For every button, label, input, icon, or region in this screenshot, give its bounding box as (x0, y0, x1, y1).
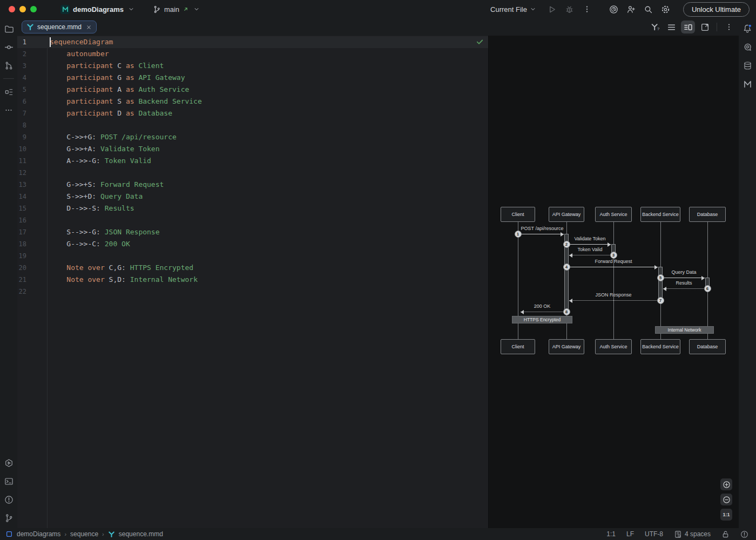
code-line[interactable]: 5 participant A as Auth Service (17, 84, 488, 96)
zoom-in-button[interactable] (720, 478, 732, 490)
code-token: participant (66, 85, 117, 93)
code-line[interactable]: 10 G->>+A: Validate Token (17, 143, 488, 155)
message-label: Forward Request (595, 259, 632, 264)
mermaid-preview-panel[interactable]: ClientClientAPI GatewayAPI GatewayAuth S… (488, 36, 739, 528)
editor-options-button[interactable] (723, 21, 735, 33)
line-number: 20 (17, 262, 26, 274)
code-token (50, 192, 66, 200)
lock-widget[interactable] (716, 530, 735, 538)
code-editor[interactable]: 1sequenceDiagram2 autonumber3 participan… (17, 36, 488, 528)
line-number: 8 (17, 119, 26, 131)
arrowhead-icon (701, 276, 705, 280)
problems-toolwindow-button[interactable] (2, 492, 16, 507)
structure-toolwindow-button[interactable] (2, 85, 16, 99)
close-icon (86, 24, 92, 30)
database-toolwindow-button[interactable] (740, 58, 754, 72)
show-editor-only-button[interactable] (665, 21, 678, 33)
message-label: 200 OK (534, 303, 551, 309)
line-text: D-->>-S: Results (26, 202, 134, 214)
code-line[interactable]: 18 G-->>-C: 200 OK (17, 238, 488, 250)
more-run-actions-button[interactable] (579, 2, 595, 17)
ai-assistant-toolwindow-button[interactable] (740, 40, 754, 54)
terminal-toolwindow-button[interactable] (2, 474, 16, 488)
sequence-diagram-canvas[interactable]: ClientClientAPI GatewayAPI GatewayAuth S… (489, 36, 739, 528)
message-arrow (569, 267, 658, 267)
code-token (50, 240, 66, 248)
inspections-widget[interactable] (735, 530, 748, 538)
indent-widget[interactable]: 4 spaces (669, 530, 716, 538)
mermaid-toolwindow-button[interactable] (740, 77, 754, 91)
autonumber-badge: 8 (563, 308, 570, 315)
code-line[interactable]: 2 autonumber (17, 48, 488, 60)
message-arrow (569, 255, 611, 255)
project-widget[interactable]: demoDiagrams (56, 3, 139, 16)
version-control-toolwindow-button[interactable] (2, 511, 16, 525)
services-toolwindow-button[interactable] (2, 456, 16, 470)
code-line[interactable]: 22 (17, 286, 488, 298)
line-ending-widget[interactable]: LF (621, 530, 639, 538)
mermaid-settings-button[interactable]: ? (649, 21, 662, 33)
notifications-button[interactable] (740, 22, 754, 36)
vcs-graph-toolwindow-button[interactable] (2, 58, 16, 72)
project-toolwindow-button[interactable] (2, 22, 16, 36)
code-line[interactable]: 7 participant D as Database (17, 107, 488, 119)
encoding-widget[interactable]: UTF-8 (639, 530, 669, 538)
run-configuration-selector[interactable]: Current File (486, 3, 541, 16)
code-token: as (126, 109, 138, 117)
code-line[interactable]: 9 C->>+G: POST /api/resource (17, 131, 488, 143)
tab-sequence-mmd[interactable]: sequence.mmd (22, 21, 97, 33)
code-line[interactable]: 1sequenceDiagram (17, 36, 488, 48)
close-window-button[interactable] (9, 6, 15, 12)
zoom-out-button[interactable] (720, 494, 732, 505)
settings-button[interactable] (658, 2, 673, 17)
ai-assistant-button[interactable] (606, 2, 622, 17)
line-text: participant A as Auth Service (26, 84, 189, 96)
code-line[interactable]: 19 (17, 250, 488, 262)
code-line[interactable]: 20 Note over C,G: HTTPS Encrypted (17, 262, 488, 274)
zoom-window-button[interactable] (30, 6, 37, 12)
arrowhead-icon (663, 287, 666, 291)
code-line[interactable]: 21 Note over S,D: Internal Network (17, 274, 488, 286)
breadcrumb-file[interactable]: sequence.mmd (119, 530, 163, 538)
line-number: 16 (17, 214, 26, 226)
code-token: Query Data (100, 192, 143, 200)
code-line[interactable]: 15 D-->>-S: Results (17, 202, 488, 214)
code-line[interactable]: 6 participant S as Backend Service (17, 96, 488, 107)
unlock-ultimate-button[interactable]: Unlock Ultimate (683, 2, 750, 17)
code-line[interactable]: 17 S-->>-G: JSON Response (17, 226, 488, 238)
breadcrumb-project[interactable]: demoDiagrams (17, 530, 60, 538)
breadcrumb-folder[interactable]: sequence (70, 530, 98, 538)
tab-close-button[interactable] (86, 24, 92, 30)
code-with-me-button[interactable] (624, 2, 639, 17)
minimize-window-button[interactable] (19, 6, 26, 12)
ai-chat-icon (743, 43, 752, 52)
ai-spiral-icon (609, 5, 618, 14)
debug-button[interactable] (562, 2, 577, 17)
statusbar-widgets: 1:1 LF UTF-8 4 spaces (601, 530, 748, 538)
code-line[interactable]: 13 G->>+S: Forward Request (17, 179, 488, 191)
commit-toolwindow-button[interactable] (2, 40, 16, 54)
code-line[interactable]: 14 S->>+D: Query Data (17, 191, 488, 202)
participant-box: Client (501, 207, 535, 222)
breadcrumb[interactable]: demoDiagrams › sequence › sequence.mmd (5, 530, 163, 538)
run-button[interactable] (545, 2, 560, 17)
code-line[interactable]: 8 (17, 119, 488, 131)
show-preview-only-button[interactable] (698, 21, 711, 33)
code-line[interactable]: 4 participant G as API Gateway (17, 72, 488, 84)
code-token: Forward Request (100, 180, 164, 188)
line-number: 13 (17, 179, 26, 191)
code-line[interactable]: 3 participant C as Client (17, 60, 488, 72)
code-token (50, 157, 66, 165)
zoom-reset-button[interactable]: 1:1 (720, 509, 732, 521)
lifeline (613, 222, 614, 339)
code-line[interactable]: 12 (17, 167, 488, 179)
search-everywhere-button[interactable] (641, 2, 656, 17)
code-line[interactable]: 16 (17, 214, 488, 226)
cursor-position-widget[interactable]: 1:1 (601, 530, 621, 538)
code-line[interactable]: 11 A-->>-G: Token Valid (17, 155, 488, 167)
more-toolwindows-button[interactable] (2, 103, 16, 117)
show-editor-and-preview-button[interactable] (681, 21, 695, 33)
branch-widget[interactable]: main (148, 4, 204, 15)
activation-bar (658, 267, 663, 300)
mermaid-file-icon (26, 23, 34, 31)
